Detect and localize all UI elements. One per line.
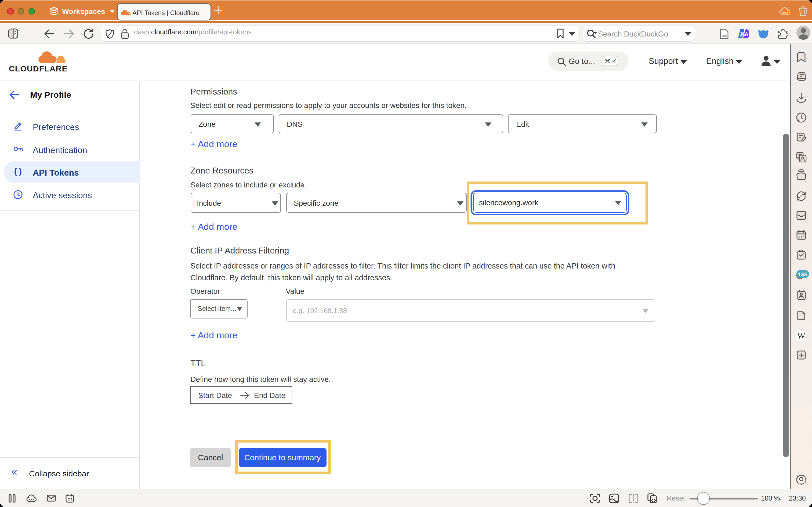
svg-text:A: A [744, 31, 749, 37]
svg-text:W: W [797, 331, 806, 340]
svg-text:135: 135 [798, 271, 807, 277]
